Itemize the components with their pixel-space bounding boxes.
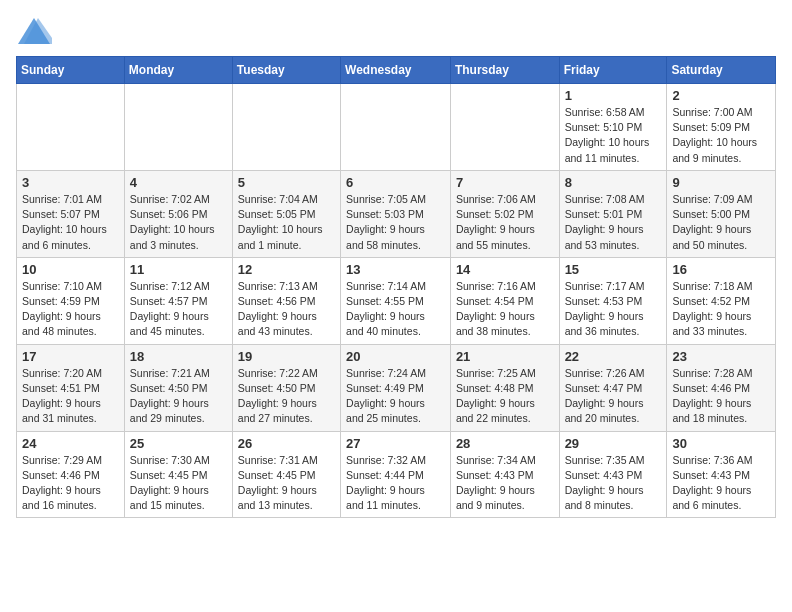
day-number: 19 <box>238 349 335 364</box>
header-friday: Friday <box>559 57 667 84</box>
day-number: 7 <box>456 175 554 190</box>
day-info: Sunrise: 7:29 AM Sunset: 4:46 PM Dayligh… <box>22 453 119 514</box>
calendar-cell: 11Sunrise: 7:12 AM Sunset: 4:57 PM Dayli… <box>124 257 232 344</box>
week-row-1: 3Sunrise: 7:01 AM Sunset: 5:07 PM Daylig… <box>17 170 776 257</box>
calendar-cell: 30Sunrise: 7:36 AM Sunset: 4:43 PM Dayli… <box>667 431 776 518</box>
day-number: 16 <box>672 262 770 277</box>
day-info: Sunrise: 7:14 AM Sunset: 4:55 PM Dayligh… <box>346 279 445 340</box>
page-header <box>16 16 776 46</box>
day-info: Sunrise: 7:12 AM Sunset: 4:57 PM Dayligh… <box>130 279 227 340</box>
day-number: 26 <box>238 436 335 451</box>
day-number: 24 <box>22 436 119 451</box>
day-number: 3 <box>22 175 119 190</box>
calendar-cell: 17Sunrise: 7:20 AM Sunset: 4:51 PM Dayli… <box>17 344 125 431</box>
calendar-cell: 27Sunrise: 7:32 AM Sunset: 4:44 PM Dayli… <box>341 431 451 518</box>
day-info: Sunrise: 7:20 AM Sunset: 4:51 PM Dayligh… <box>22 366 119 427</box>
day-info: Sunrise: 7:25 AM Sunset: 4:48 PM Dayligh… <box>456 366 554 427</box>
calendar-cell: 8Sunrise: 7:08 AM Sunset: 5:01 PM Daylig… <box>559 170 667 257</box>
day-number: 28 <box>456 436 554 451</box>
calendar-cell: 9Sunrise: 7:09 AM Sunset: 5:00 PM Daylig… <box>667 170 776 257</box>
day-info: Sunrise: 7:22 AM Sunset: 4:50 PM Dayligh… <box>238 366 335 427</box>
day-number: 2 <box>672 88 770 103</box>
calendar-cell: 28Sunrise: 7:34 AM Sunset: 4:43 PM Dayli… <box>450 431 559 518</box>
day-info: Sunrise: 7:08 AM Sunset: 5:01 PM Dayligh… <box>565 192 662 253</box>
day-number: 6 <box>346 175 445 190</box>
calendar-cell <box>341 84 451 171</box>
day-info: Sunrise: 6:58 AM Sunset: 5:10 PM Dayligh… <box>565 105 662 166</box>
calendar-cell: 18Sunrise: 7:21 AM Sunset: 4:50 PM Dayli… <box>124 344 232 431</box>
day-number: 4 <box>130 175 227 190</box>
day-info: Sunrise: 7:01 AM Sunset: 5:07 PM Dayligh… <box>22 192 119 253</box>
day-number: 30 <box>672 436 770 451</box>
day-info: Sunrise: 7:35 AM Sunset: 4:43 PM Dayligh… <box>565 453 662 514</box>
day-info: Sunrise: 7:24 AM Sunset: 4:49 PM Dayligh… <box>346 366 445 427</box>
day-number: 17 <box>22 349 119 364</box>
day-number: 11 <box>130 262 227 277</box>
calendar-header-row: SundayMondayTuesdayWednesdayThursdayFrid… <box>17 57 776 84</box>
calendar-table: SundayMondayTuesdayWednesdayThursdayFrid… <box>16 56 776 518</box>
logo <box>16 16 56 46</box>
day-number: 14 <box>456 262 554 277</box>
day-info: Sunrise: 7:16 AM Sunset: 4:54 PM Dayligh… <box>456 279 554 340</box>
day-number: 21 <box>456 349 554 364</box>
day-info: Sunrise: 7:28 AM Sunset: 4:46 PM Dayligh… <box>672 366 770 427</box>
calendar-cell: 10Sunrise: 7:10 AM Sunset: 4:59 PM Dayli… <box>17 257 125 344</box>
day-number: 20 <box>346 349 445 364</box>
day-number: 18 <box>130 349 227 364</box>
week-row-3: 17Sunrise: 7:20 AM Sunset: 4:51 PM Dayli… <box>17 344 776 431</box>
calendar-cell: 7Sunrise: 7:06 AM Sunset: 5:02 PM Daylig… <box>450 170 559 257</box>
calendar-cell: 14Sunrise: 7:16 AM Sunset: 4:54 PM Dayli… <box>450 257 559 344</box>
logo-icon <box>16 16 52 46</box>
day-number: 23 <box>672 349 770 364</box>
header-thursday: Thursday <box>450 57 559 84</box>
calendar-cell: 24Sunrise: 7:29 AM Sunset: 4:46 PM Dayli… <box>17 431 125 518</box>
day-number: 13 <box>346 262 445 277</box>
day-info: Sunrise: 7:30 AM Sunset: 4:45 PM Dayligh… <box>130 453 227 514</box>
calendar-cell: 25Sunrise: 7:30 AM Sunset: 4:45 PM Dayli… <box>124 431 232 518</box>
day-number: 10 <box>22 262 119 277</box>
day-info: Sunrise: 7:31 AM Sunset: 4:45 PM Dayligh… <box>238 453 335 514</box>
calendar-cell <box>124 84 232 171</box>
calendar-cell: 19Sunrise: 7:22 AM Sunset: 4:50 PM Dayli… <box>232 344 340 431</box>
day-number: 25 <box>130 436 227 451</box>
week-row-0: 1Sunrise: 6:58 AM Sunset: 5:10 PM Daylig… <box>17 84 776 171</box>
week-row-2: 10Sunrise: 7:10 AM Sunset: 4:59 PM Dayli… <box>17 257 776 344</box>
calendar-cell: 22Sunrise: 7:26 AM Sunset: 4:47 PM Dayli… <box>559 344 667 431</box>
header-monday: Monday <box>124 57 232 84</box>
header-saturday: Saturday <box>667 57 776 84</box>
day-info: Sunrise: 7:13 AM Sunset: 4:56 PM Dayligh… <box>238 279 335 340</box>
calendar-cell: 15Sunrise: 7:17 AM Sunset: 4:53 PM Dayli… <box>559 257 667 344</box>
day-info: Sunrise: 7:05 AM Sunset: 5:03 PM Dayligh… <box>346 192 445 253</box>
day-number: 5 <box>238 175 335 190</box>
day-info: Sunrise: 7:34 AM Sunset: 4:43 PM Dayligh… <box>456 453 554 514</box>
day-info: Sunrise: 7:32 AM Sunset: 4:44 PM Dayligh… <box>346 453 445 514</box>
calendar-cell: 12Sunrise: 7:13 AM Sunset: 4:56 PM Dayli… <box>232 257 340 344</box>
day-number: 22 <box>565 349 662 364</box>
calendar-cell: 23Sunrise: 7:28 AM Sunset: 4:46 PM Dayli… <box>667 344 776 431</box>
calendar-cell <box>450 84 559 171</box>
day-number: 27 <box>346 436 445 451</box>
calendar-cell: 13Sunrise: 7:14 AM Sunset: 4:55 PM Dayli… <box>341 257 451 344</box>
calendar-cell <box>17 84 125 171</box>
day-info: Sunrise: 7:06 AM Sunset: 5:02 PM Dayligh… <box>456 192 554 253</box>
header-tuesday: Tuesday <box>232 57 340 84</box>
day-info: Sunrise: 7:10 AM Sunset: 4:59 PM Dayligh… <box>22 279 119 340</box>
day-info: Sunrise: 7:21 AM Sunset: 4:50 PM Dayligh… <box>130 366 227 427</box>
day-info: Sunrise: 7:09 AM Sunset: 5:00 PM Dayligh… <box>672 192 770 253</box>
day-info: Sunrise: 7:04 AM Sunset: 5:05 PM Dayligh… <box>238 192 335 253</box>
day-info: Sunrise: 7:00 AM Sunset: 5:09 PM Dayligh… <box>672 105 770 166</box>
day-number: 29 <box>565 436 662 451</box>
week-row-4: 24Sunrise: 7:29 AM Sunset: 4:46 PM Dayli… <box>17 431 776 518</box>
calendar-cell <box>232 84 340 171</box>
calendar-cell: 6Sunrise: 7:05 AM Sunset: 5:03 PM Daylig… <box>341 170 451 257</box>
day-info: Sunrise: 7:02 AM Sunset: 5:06 PM Dayligh… <box>130 192 227 253</box>
calendar-cell: 26Sunrise: 7:31 AM Sunset: 4:45 PM Dayli… <box>232 431 340 518</box>
day-info: Sunrise: 7:26 AM Sunset: 4:47 PM Dayligh… <box>565 366 662 427</box>
day-info: Sunrise: 7:36 AM Sunset: 4:43 PM Dayligh… <box>672 453 770 514</box>
day-number: 1 <box>565 88 662 103</box>
calendar-cell: 3Sunrise: 7:01 AM Sunset: 5:07 PM Daylig… <box>17 170 125 257</box>
calendar-cell: 21Sunrise: 7:25 AM Sunset: 4:48 PM Dayli… <box>450 344 559 431</box>
day-info: Sunrise: 7:17 AM Sunset: 4:53 PM Dayligh… <box>565 279 662 340</box>
day-number: 9 <box>672 175 770 190</box>
calendar-cell: 1Sunrise: 6:58 AM Sunset: 5:10 PM Daylig… <box>559 84 667 171</box>
